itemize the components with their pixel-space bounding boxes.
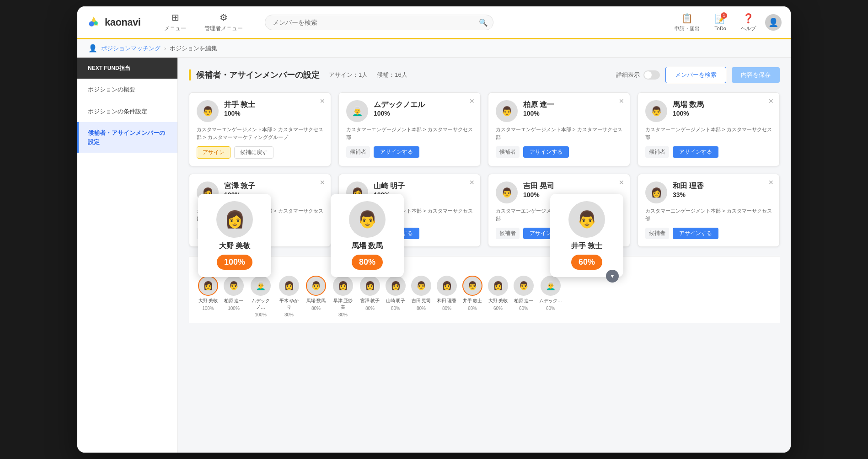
- content-header: 候補者・アサインメンバーの設定 アサイン：1人 候補：16人 詳細表示 メンバー…: [189, 67, 780, 83]
- card-close-4[interactable]: ✕: [768, 97, 774, 105]
- card-percent-2: 100%: [374, 110, 425, 117]
- breadcrumb-current: ポジションを編集: [170, 44, 217, 53]
- bottom-avatar-name-4: 馬場 数馬: [306, 298, 326, 304]
- content-area: 候補者・アサインメンバーの設定 アサイン：1人 候補：16人 詳細表示 メンバー…: [178, 58, 791, 453]
- grid-icon: ⊞: [171, 12, 179, 23]
- bottom-avatar-pct-2: 100%: [255, 312, 267, 317]
- apply-button[interactable]: 📋 申請・届出: [669, 10, 705, 35]
- detail-toggle: 詳細表示: [616, 70, 660, 80]
- help-button[interactable]: ❓ ヘルプ: [735, 10, 761, 35]
- main-layout: NEXT FUND担当 ポジションの概要 ポジションの条件設定 候補者・アサイン…: [77, 58, 791, 453]
- bottom-avatar-1[interactable]: 👨 柏原 進一 100%: [224, 276, 244, 317]
- card-header-2: 👨‍🦳 ムデックノエル 100%: [346, 100, 473, 122]
- chevron-down-icon[interactable]: ▼: [606, 270, 619, 283]
- card-close-1[interactable]: ✕: [320, 97, 325, 105]
- card-avatar-8: 👩: [645, 181, 667, 203]
- card-close-2[interactable]: ✕: [469, 97, 475, 105]
- overlay-avatar-1: 👩: [216, 201, 253, 238]
- user-avatar[interactable]: 👤: [765, 14, 782, 31]
- card-close-5[interactable]: ✕: [320, 179, 325, 186]
- bottom-avatar-0[interactable]: 👩 大野 美敬 100%: [198, 276, 218, 317]
- bottom-avatar-13[interactable]: 👨‍🦳 ムデック… 60%: [539, 276, 562, 317]
- bottom-avatar-name-0: 大野 美敬: [198, 298, 218, 304]
- bottom-avatar-12[interactable]: 👨 柏原 進一 60%: [514, 276, 534, 317]
- bottom-avatar-pct-13: 60%: [546, 306, 555, 311]
- card-avatar-1: 👨: [197, 100, 219, 122]
- card-close-3[interactable]: ✕: [619, 97, 624, 105]
- revert-button-1[interactable]: 候補に戻す: [234, 146, 273, 159]
- header-nav: ⊞ メニュー ⚙ 管理者メニュー: [157, 8, 250, 36]
- breadcrumb-parent[interactable]: ポジションマッチング: [101, 44, 161, 53]
- card-close-6[interactable]: ✕: [469, 179, 475, 186]
- search-input[interactable]: [265, 15, 493, 30]
- assign-button-3[interactable]: アサインする: [523, 146, 569, 158]
- admin-menu-button[interactable]: ⚙ 管理者メニュー: [197, 8, 250, 36]
- help-icon: ❓: [743, 13, 754, 24]
- bottom-avatar-pct-3: 80%: [284, 312, 294, 317]
- card-header-4: 👨 馬場 数馬 100%: [645, 100, 772, 122]
- sidebar: NEXT FUND担当 ポジションの概要 ポジションの条件設定 候補者・アサイン…: [77, 58, 178, 453]
- bottom-avatar-2[interactable]: 👨‍🦳 ムデックノ… 100%: [249, 276, 272, 317]
- sidebar-item-overview[interactable]: ポジションの概要: [77, 79, 177, 101]
- bottom-avatar-7[interactable]: 👩 山崎 明子 80%: [386, 276, 406, 317]
- save-button[interactable]: 内容を保存: [732, 67, 780, 83]
- sidebar-item-conditions[interactable]: ポジションの条件設定: [77, 101, 177, 123]
- page-title: 候補者・アサインメンバーの設定: [189, 69, 320, 80]
- bottom-avatar-9[interactable]: 👩 和田 理香 80%: [437, 276, 457, 317]
- bottom-avatar-name-10: 井手 敦士: [463, 298, 482, 304]
- svg-point-1: [89, 21, 94, 26]
- assign-button-2[interactable]: アサインする: [374, 146, 419, 158]
- logo[interactable]: kaonavi: [86, 15, 140, 30]
- assign-button-8[interactable]: アサインする: [673, 228, 718, 239]
- card-name-1: 井手 敦士: [224, 100, 255, 110]
- bottom-avatar-6[interactable]: 👩 宮澤 敦子 80%: [360, 276, 380, 317]
- card-avatar-4: 👨: [645, 100, 667, 122]
- card-close-8[interactable]: ✕: [768, 179, 774, 186]
- bottom-avatar-name-7: 山崎 明子: [386, 298, 406, 304]
- bottom-avatar-img-4: 👨: [306, 276, 326, 296]
- card-close-7[interactable]: ✕: [619, 179, 624, 186]
- search-bar: 🔍: [265, 15, 493, 30]
- bottom-avatar-img-10: 👨: [462, 276, 482, 296]
- overlay-percent-3: 60%: [571, 255, 602, 270]
- bottom-avatar-10[interactable]: 👨 井手 敦士 60%: [462, 276, 482, 317]
- card-dept-4: カスタマーエンゲージメント本部 > カスタマーサクセス部: [645, 126, 772, 141]
- bottom-avatar-name-5: 早津 亜紗美: [332, 298, 354, 310]
- card-actions-2: 候補者 アサインする: [346, 146, 473, 158]
- bottom-avatar-8[interactable]: 👨 吉田 晃司 80%: [411, 276, 431, 317]
- candidate-badge-2: 候補者: [346, 146, 370, 158]
- bottom-avatar-11[interactable]: 👩 大野 美敬 60%: [488, 276, 508, 317]
- assign-button-4[interactable]: アサインする: [673, 146, 718, 158]
- overlay-card-3: 👨 井手 敦士 60% ▼: [550, 194, 623, 277]
- bottom-avatar-pct-0: 100%: [202, 306, 214, 311]
- card-actions-8: 候補者 アサインする: [645, 228, 772, 239]
- bottom-avatar-pct-8: 80%: [417, 306, 426, 311]
- bottom-avatar-img-8: 👨: [411, 276, 431, 296]
- card-avatar-3: 👨: [496, 100, 518, 122]
- card-percent-1: 100%: [224, 110, 255, 117]
- candidate-count: 候補：16人: [377, 71, 407, 79]
- candidate-badge-7: 候補者: [496, 228, 520, 239]
- card-name-3: 柏原 進一: [523, 100, 554, 110]
- overlay-card-1: 👩 大野 美敬 100%: [198, 194, 271, 277]
- assign-badge-1[interactable]: アサイン: [197, 146, 230, 159]
- menu-button[interactable]: ⊞ メニュー: [157, 8, 193, 36]
- bottom-avatar-name-13: ムデック…: [539, 298, 562, 304]
- card-actions-4: 候補者 アサインする: [645, 146, 772, 158]
- card-name-8: 和田 理香: [673, 181, 704, 191]
- search-member-button[interactable]: メンバーを検索: [665, 67, 726, 83]
- todo-button[interactable]: 📝 1 ToDo: [709, 11, 732, 34]
- bottom-bar-header: 条件 39人 条件変更: [198, 262, 771, 270]
- bottom-avatar-img-2: 👨‍🦳: [251, 276, 271, 296]
- sidebar-item-candidates[interactable]: 候補者・アサインメンバーの設定: [77, 122, 177, 153]
- logo-icon: [86, 15, 101, 30]
- bottom-avatar-3[interactable]: 👩 平木 ゆかり 80%: [278, 276, 300, 317]
- bottom-avatar-5[interactable]: 👩 早津 亜紗美 80%: [332, 276, 354, 317]
- candidate-badge-4: 候補者: [645, 146, 669, 158]
- overlay-avatar-2: 👨: [349, 201, 386, 238]
- detail-toggle-switch[interactable]: [643, 70, 660, 80]
- bottom-avatar-name-2: ムデックノ…: [249, 298, 272, 310]
- bottom-avatar-4[interactable]: 👨 馬場 数馬 80%: [306, 276, 326, 317]
- header: kaonavi ⊞ メニュー ⚙ 管理者メニュー 🔍 📋 申請・届出 📝 1: [77, 6, 791, 39]
- overlay-name-1: 大野 美敬: [219, 241, 250, 251]
